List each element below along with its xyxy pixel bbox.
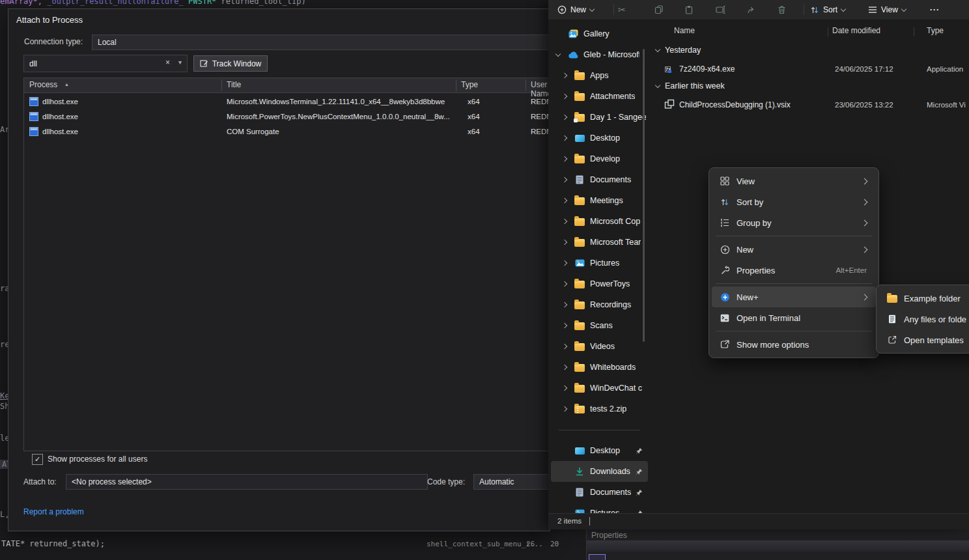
document-icon xyxy=(576,488,583,497)
pin-icon xyxy=(636,489,643,496)
dialog-title: Attach to Process xyxy=(16,15,83,25)
chevron-right-icon[interactable] xyxy=(562,281,567,287)
sidebar-item-gallery[interactable]: Gallery xyxy=(551,23,648,44)
chevron-right-icon[interactable] xyxy=(562,177,567,182)
sidebar-item-windevchat[interactable]: WinDevChat c xyxy=(551,378,648,399)
menu-item-sort-by[interactable]: Sort by xyxy=(712,191,876,212)
codelens-count: 26 xyxy=(526,540,535,548)
column-header-type[interactable]: Type xyxy=(927,26,944,35)
sort-button[interactable]: Sort xyxy=(810,0,845,20)
sort-arrows-icon xyxy=(720,198,729,206)
see-more-button[interactable]: ··· xyxy=(930,0,940,20)
chevron-right-icon[interactable] xyxy=(562,302,567,307)
report-problem-link[interactable]: Report a problem xyxy=(23,507,84,516)
submenu-item-open-templates[interactable]: Open templates xyxy=(879,329,969,350)
delete-icon[interactable] xyxy=(778,0,786,20)
connection-type-select[interactable]: Local xyxy=(92,35,550,50)
pin-icon xyxy=(636,447,643,455)
properties-field-box[interactable] xyxy=(589,554,606,560)
sidebar-item-powertoys[interactable]: PowerToys xyxy=(551,273,648,294)
menu-separator xyxy=(716,283,872,284)
chevron-right-icon[interactable] xyxy=(562,385,567,391)
sidebar-item-pictures[interactable]: Pictures xyxy=(551,253,648,273)
menu-item-new[interactable]: New xyxy=(712,239,876,260)
sidebar-item-pictures-pinned[interactable]: Pictures xyxy=(551,503,648,513)
chevron-right-icon[interactable] xyxy=(562,156,567,161)
sidebar-item-documents-pinned[interactable]: Documents xyxy=(551,482,648,503)
chevron-right-icon[interactable] xyxy=(562,198,567,203)
process-row[interactable]: dllhost.exe Microsoft.WindowsTerminal_1.… xyxy=(24,94,549,109)
process-table-header: Process ▲ Title Type User Name xyxy=(24,78,549,93)
column-header-name[interactable]: Name xyxy=(674,26,695,35)
attach-to-field[interactable]: <No process selected> xyxy=(66,474,428,490)
column-header-process[interactable]: Process xyxy=(29,80,57,89)
rename-icon[interactable] xyxy=(716,0,725,20)
sidebar-item-develop[interactable]: Develop xyxy=(551,148,648,169)
sidebar-item-videos[interactable]: Videos xyxy=(551,336,648,357)
share-icon[interactable] xyxy=(747,0,756,20)
process-filter-box: × ▾ xyxy=(23,55,188,72)
clear-filter-icon[interactable]: × xyxy=(165,58,170,67)
show-all-users-label: Show processes for all users xyxy=(48,455,147,464)
sidebar-item-scans[interactable]: Scans xyxy=(551,315,648,336)
chevron-down-icon[interactable] xyxy=(555,51,561,56)
menu-item-new-plus[interactable]: New+ xyxy=(712,287,876,307)
process-row[interactable]: dllhost.exe COM Surrogate x64 REDMOND xyxy=(24,124,549,139)
sidebar-item-recordings[interactable]: Recordings xyxy=(551,294,648,315)
submenu-item-example-folder[interactable]: Example folder xyxy=(879,288,969,309)
file-row[interactable]: 7z 7z2409-x64.exe 24/06/2025 17:12 Appli… xyxy=(548,63,969,77)
track-window-icon xyxy=(200,59,208,68)
sidebar-item-whiteboards[interactable]: Whiteboards xyxy=(551,357,648,378)
sidebar-item-tests-zip[interactable]: tests 2.zip xyxy=(551,399,648,419)
7zip-icon: 7z xyxy=(665,66,671,72)
chevron-right-icon[interactable] xyxy=(562,115,567,120)
folder-icon xyxy=(574,218,585,226)
sidebar-item-meetings[interactable]: Meetings xyxy=(551,190,648,211)
new-button[interactable]: New xyxy=(557,0,594,20)
file-name: ChildProcessDebugging (1).vsix xyxy=(679,100,791,109)
submenu-arrow-icon xyxy=(862,199,868,205)
chevron-right-icon[interactable] xyxy=(562,219,567,224)
sidebar-item-microsoft-tear[interactable]: Microsoft Tear xyxy=(551,232,648,253)
group-header-yesterday[interactable]: Yesterday xyxy=(656,46,701,55)
chevron-right-icon[interactable] xyxy=(562,240,567,245)
code-type-label: Code type: xyxy=(427,477,465,486)
column-header-type[interactable]: Type xyxy=(461,80,478,89)
chevron-right-icon[interactable] xyxy=(562,323,567,328)
sidebar-item-desktop[interactable]: Desktop xyxy=(551,128,648,148)
sidebar-item-downloads-pinned[interactable]: Downloads xyxy=(551,461,648,482)
show-all-users-checkbox[interactable]: ✓ xyxy=(32,454,43,465)
group-header-earlier[interactable]: Earlier this week xyxy=(656,81,725,91)
cut-icon[interactable]: ✂ xyxy=(618,0,628,20)
track-window-button[interactable]: Track Window xyxy=(193,55,268,72)
vs-properties-panel: Properties xyxy=(586,529,969,560)
nav-scrollbar[interactable] xyxy=(643,49,645,342)
chevron-right-icon[interactable] xyxy=(562,260,567,266)
chevron-right-icon[interactable] xyxy=(562,365,567,370)
process-filter-input[interactable] xyxy=(24,55,218,72)
menu-item-show-more[interactable]: Show more options xyxy=(712,334,876,355)
menu-item-properties[interactable]: Properties Alt+Enter xyxy=(712,260,876,281)
sidebar-item-microsoft-cop[interactable]: Microsoft Cop xyxy=(551,211,648,232)
sidebar-item-desktop-pinned[interactable]: Desktop xyxy=(551,440,648,461)
view-button[interactable]: View xyxy=(868,0,906,20)
column-header-title[interactable]: Title xyxy=(227,80,241,89)
file-row[interactable]: ChildProcessDebugging (1).vsix 23/06/202… xyxy=(548,98,969,113)
connection-type-label: Connection type: xyxy=(24,37,83,46)
copy-icon[interactable] xyxy=(654,0,664,20)
chevron-right-icon[interactable] xyxy=(562,135,567,141)
menu-item-open-terminal[interactable]: Open in Terminal xyxy=(712,307,876,328)
download-icon xyxy=(575,467,584,476)
chevron-right-icon[interactable] xyxy=(562,344,567,349)
filter-dropdown-icon[interactable]: ▾ xyxy=(178,59,182,66)
chevron-right-icon[interactable] xyxy=(562,406,567,412)
menu-item-view[interactable]: View xyxy=(712,171,876,191)
code-type-select[interactable]: Automatic xyxy=(473,474,550,490)
view-grid-icon xyxy=(720,176,729,186)
process-row[interactable]: dllhost.exe Microsoft.PowerToys.NewPlusC… xyxy=(24,109,549,124)
submenu-item-any-files[interactable]: Any files or folde xyxy=(879,309,969,329)
sidebar-item-documents[interactable]: Documents xyxy=(551,169,648,190)
column-header-date[interactable]: Date modified xyxy=(832,26,880,35)
paste-icon[interactable] xyxy=(684,0,694,20)
menu-item-group-by[interactable]: Group by xyxy=(712,212,876,233)
